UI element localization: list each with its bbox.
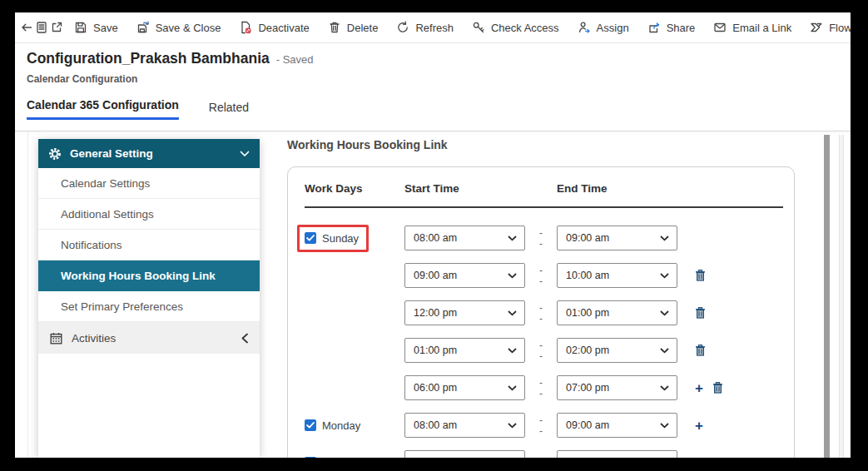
form-switcher-button[interactable]	[35, 15, 48, 40]
workhours-row-tuesday: Tuesday 08:00 am -- 08:00 pm +	[305, 450, 781, 458]
column-header-end-time: End Time	[557, 182, 709, 195]
day-label: Tuesday	[322, 457, 363, 459]
form-tabs: Calendar 365 Configuration Related	[27, 98, 249, 120]
workhours-row-sunday: Sunday 08:00 am -- 09:00 am	[305, 226, 781, 250]
page-scrollbar-track[interactable]	[839, 135, 844, 458]
delete-label: Delete	[347, 22, 379, 34]
chevron-down-icon	[508, 236, 517, 241]
delete-slot-button[interactable]	[712, 382, 723, 394]
chevron-down-icon	[508, 385, 517, 391]
chevron-down-icon	[660, 385, 669, 391]
activities-label: Activities	[72, 332, 116, 345]
save-and-close-button[interactable]: Save & Close	[127, 15, 231, 40]
delete-slot-button[interactable]	[695, 307, 706, 319]
chevron-down-icon	[660, 273, 669, 279]
start-time-select[interactable]: 08:00 am	[404, 226, 525, 250]
flow-button[interactable]: Flow	[801, 15, 851, 40]
day-label: Monday	[322, 419, 360, 432]
deactivate-button[interactable]: Deactivate	[230, 15, 318, 40]
section-heading: Working Hours Booking Link	[287, 138, 448, 151]
record-header: Configuration_Prakash Bambhania - Saved …	[27, 50, 314, 85]
refresh-label: Refresh	[415, 22, 454, 34]
tab-calendar-365-configuration[interactable]: Calendar 365 Configuration	[27, 98, 179, 120]
form-icon	[35, 21, 48, 34]
start-time-select[interactable]: 12:00 pm	[404, 300, 525, 325]
start-time-select[interactable]: 08:00 am	[404, 413, 525, 438]
save-label: Save	[93, 22, 118, 34]
start-time-select[interactable]: 08:00 am	[404, 450, 525, 458]
end-time-select[interactable]: 01:00 pm	[557, 300, 677, 325]
flow-label: Flow	[829, 22, 851, 34]
chevron-down-icon	[508, 273, 517, 279]
flow-icon	[810, 21, 823, 34]
email-icon	[713, 21, 727, 34]
end-time-select[interactable]: 02:00 pm	[557, 338, 677, 363]
monday-checkbox[interactable]	[305, 419, 316, 431]
popout-icon	[50, 21, 63, 34]
highlight-box: Sunday	[297, 225, 369, 252]
end-time-select[interactable]: 08:00 pm	[557, 450, 677, 458]
workhours-row: 06:00 pm -- 07:00 pm +	[305, 375, 781, 400]
workhours-row: 12:00 pm -- 01:00 pm	[305, 300, 781, 325]
sidebar-group-general-setting[interactable]: General Setting	[38, 139, 260, 168]
working-hours-card: Work Days Start Time End Time Sunday 08:…	[287, 166, 795, 458]
chevron-left-icon	[241, 333, 248, 344]
start-time-select[interactable]: 06:00 pm	[404, 375, 525, 400]
end-time-select[interactable]: 09:00 am	[557, 226, 677, 250]
time-range-separator: --	[525, 418, 557, 434]
end-time-select[interactable]: 09:00 am	[557, 413, 677, 438]
check-access-label: Check Access	[491, 22, 559, 34]
calendar-icon	[50, 332, 62, 345]
chevron-down-icon	[660, 423, 669, 429]
check-access-button[interactable]: Check Access	[463, 15, 568, 40]
start-time-select[interactable]: 01:00 pm	[404, 338, 525, 363]
chevron-down-icon	[508, 348, 517, 354]
delete-slot-button[interactable]	[695, 345, 706, 356]
sunday-checkbox[interactable]	[305, 232, 316, 244]
chevron-down-icon	[660, 348, 669, 354]
header-divider	[15, 131, 851, 131]
time-range-separator: --	[525, 343, 557, 359]
sidebar-item-notifications[interactable]: Notifications	[38, 230, 260, 260]
chevron-down-icon	[508, 423, 517, 429]
refresh-button[interactable]: Refresh	[387, 15, 463, 40]
sidebar-item-working-hours-booking-link[interactable]: Working Hours Booking Link	[38, 260, 260, 291]
sidebar-item-calendar-settings[interactable]: Calendar Settings	[38, 168, 260, 199]
chevron-down-icon	[240, 151, 250, 157]
share-button[interactable]: Share	[638, 15, 705, 40]
delete-button[interactable]: Delete	[319, 15, 388, 40]
deactivate-label: Deactivate	[258, 22, 309, 34]
gear-icon	[48, 147, 62, 161]
end-time-select[interactable]: 10:00 am	[557, 263, 677, 288]
app-window: Save Save & Close Deactivate Delete Refr…	[15, 12, 851, 458]
sidebar-item-activities[interactable]: Activities	[38, 322, 260, 354]
tuesday-checkbox[interactable]	[305, 457, 316, 458]
sidebar-item-additional-settings[interactable]: Additional Settings	[38, 199, 260, 230]
add-slot-button[interactable]: +	[695, 419, 703, 433]
add-slot-button[interactable]: +	[695, 381, 703, 395]
trash-icon	[695, 307, 706, 319]
deactivate-icon	[239, 21, 252, 34]
time-range-separator: --	[525, 305, 557, 321]
tab-related[interactable]: Related	[209, 101, 249, 120]
save-button[interactable]: Save	[65, 15, 127, 40]
time-range-separator: --	[525, 455, 557, 459]
add-slot-button[interactable]: +	[695, 456, 703, 459]
end-time-select[interactable]: 07:00 pm	[557, 375, 677, 400]
key-icon	[472, 21, 485, 34]
start-time-select[interactable]: 09:00 am	[404, 263, 525, 288]
delete-slot-button[interactable]	[695, 270, 706, 281]
save-status: - Saved	[276, 53, 314, 66]
sidebar-item-set-primary-preferences[interactable]: Set Primary Preferences	[38, 291, 260, 322]
assign-label: Assign	[597, 22, 629, 34]
time-range-separator: --	[525, 268, 557, 284]
delete-icon	[328, 21, 341, 34]
email-a-link-button[interactable]: Email a Link	[704, 15, 801, 40]
assign-button[interactable]: Assign	[568, 15, 638, 40]
open-in-new-window-button[interactable]	[50, 15, 63, 40]
assign-person-icon	[578, 21, 591, 34]
back-button[interactable]	[20, 15, 33, 40]
main-scrollbar-thumb[interactable]	[824, 135, 830, 458]
table-header-row: Work Days Start Time End Time	[305, 182, 781, 195]
form-container-edge	[27, 131, 28, 458]
